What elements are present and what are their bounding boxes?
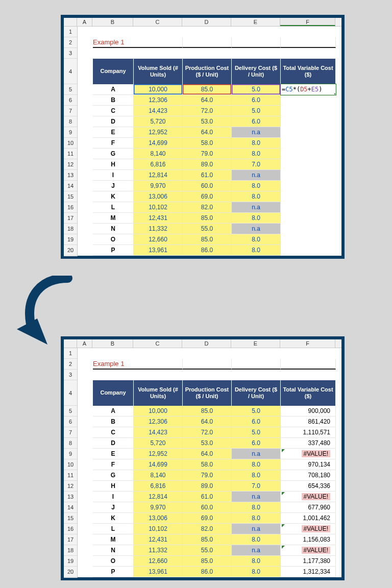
cell-company[interactable]: A [93, 406, 134, 416]
cell-deliv[interactable]: 6.0 [232, 416, 281, 427]
cell-company[interactable]: B [93, 95, 134, 106]
blank-cell[interactable] [134, 37, 183, 48]
cell-company[interactable]: C [93, 106, 134, 116]
blank-cell[interactable] [78, 213, 93, 224]
col-A[interactable]: A [77, 18, 92, 26]
cell-prod[interactable]: 72.0 [183, 427, 232, 438]
blank-cell[interactable] [78, 191, 93, 202]
blank-cell[interactable] [183, 359, 232, 370]
cell-total-empty[interactable] [281, 170, 336, 181]
row-header-2[interactable]: 2 [64, 359, 77, 370]
cell-volume[interactable]: 10,000 [134, 84, 183, 95]
row-header-13[interactable]: 13 [64, 170, 77, 181]
cell-volume[interactable]: 6,816 [134, 481, 183, 492]
row-header-3[interactable]: 3 [64, 370, 77, 380]
cell-prod[interactable]: 58.0 [183, 459, 232, 470]
blank-cell[interactable] [78, 234, 93, 245]
cell-total-empty[interactable] [281, 116, 336, 127]
cell-deliv[interactable]: 8.0 [232, 502, 281, 513]
blank-cell[interactable] [78, 127, 93, 138]
cell-deliv[interactable]: n.a [232, 202, 281, 213]
cell-prod[interactable]: 85.0 [183, 556, 232, 567]
cell-volume[interactable]: 10,102 [134, 524, 183, 534]
cell-company[interactable]: P [93, 245, 134, 256]
blank-cell[interactable] [281, 48, 336, 59]
blank-cell[interactable] [78, 27, 93, 37]
cell-company[interactable]: E [93, 127, 134, 138]
cell-deliv[interactable]: n.a [232, 170, 281, 181]
cell-volume[interactable]: 13,961 [134, 245, 183, 256]
blank-cell[interactable] [78, 545, 93, 556]
cell-volume[interactable]: 5,720 [134, 438, 183, 449]
cell-volume[interactable]: 9,970 [134, 181, 183, 191]
cell-prod[interactable]: 60.0 [183, 502, 232, 513]
formula-cell[interactable]: =C5*(D5+E5) [281, 84, 336, 95]
row-header-16[interactable]: 16 [64, 202, 77, 213]
cell-volume[interactable]: 12,952 [134, 449, 183, 459]
col-C[interactable]: C [133, 339, 182, 348]
col-F[interactable]: F [280, 18, 335, 26]
cell-volume[interactable]: 12,814 [134, 492, 183, 502]
cell-prod[interactable]: 86.0 [183, 245, 232, 256]
blank-cell[interactable] [183, 370, 232, 380]
blank-cell[interactable] [232, 348, 281, 359]
cell-volume[interactable]: 8,140 [134, 470, 183, 481]
row-header-16[interactable]: 16 [64, 524, 77, 534]
cell-volume[interactable]: 9,970 [134, 502, 183, 513]
cell-total[interactable]: 1,177,380 [281, 556, 336, 567]
cell-volume[interactable]: 13,961 [134, 567, 183, 577]
blank-cell[interactable] [78, 427, 93, 438]
cell-company[interactable]: D [93, 438, 134, 449]
cell-deliv[interactable]: 8.0 [232, 459, 281, 470]
cell-deliv[interactable]: 6.0 [232, 116, 281, 127]
blank-cell[interactable] [78, 380, 93, 406]
cell-total[interactable]: 708,180 [281, 470, 336, 481]
cell-company[interactable]: F [93, 459, 134, 470]
cell-total[interactable]: 1,110,571 [281, 427, 336, 438]
cell-total-empty[interactable] [281, 149, 336, 159]
blank-cell[interactable] [232, 27, 281, 37]
row-header-5[interactable]: 5 [64, 84, 77, 95]
cell-deliv[interactable]: 5.0 [232, 427, 281, 438]
blank-cell[interactable] [78, 406, 93, 416]
cell-company[interactable]: F [93, 138, 134, 149]
cell-volume[interactable]: 12,431 [134, 213, 183, 224]
cell-prod[interactable]: 64.0 [183, 127, 232, 138]
row-header-7[interactable]: 7 [64, 427, 77, 438]
cell-company[interactable]: O [93, 234, 134, 245]
cell-volume[interactable]: 12,660 [134, 556, 183, 567]
cell-total[interactable]: 1,001,462 [281, 513, 336, 524]
row-header-13[interactable]: 13 [64, 492, 77, 502]
cell-company[interactable]: L [93, 202, 134, 213]
blank-cell[interactable] [281, 370, 336, 380]
cell-deliv[interactable]: n.a [232, 524, 281, 534]
cell-deliv[interactable]: 8.0 [232, 213, 281, 224]
blank-cell[interactable] [183, 348, 232, 359]
blank-cell[interactable] [134, 359, 183, 370]
cell-total[interactable]: #VALUE! [281, 545, 336, 556]
cell-prod[interactable]: 69.0 [183, 513, 232, 524]
cell-deliv[interactable]: 8.0 [232, 556, 281, 567]
cell-prod[interactable]: 55.0 [183, 545, 232, 556]
row-header-19[interactable]: 19 [64, 234, 77, 245]
cell-total[interactable]: 861,420 [281, 416, 336, 427]
cell-prod[interactable]: 85.0 [183, 213, 232, 224]
row-header-6[interactable]: 6 [64, 416, 77, 427]
row-header-3[interactable]: 3 [64, 48, 77, 59]
cell-volume[interactable]: 12,952 [134, 127, 183, 138]
cell-deliv[interactable]: 5.0 [232, 84, 281, 95]
cell-total[interactable]: 970,134 [281, 459, 336, 470]
blank-cell[interactable] [78, 149, 93, 159]
col-F[interactable]: F [280, 339, 335, 348]
cell-volume[interactable]: 6,816 [134, 159, 183, 170]
cell-company[interactable]: L [93, 524, 134, 534]
cell-volume[interactable]: 14,423 [134, 106, 183, 116]
row-header-19[interactable]: 19 [64, 556, 77, 567]
cell-deliv[interactable]: 8.0 [232, 149, 281, 159]
col-B[interactable]: B [92, 339, 133, 348]
cell-prod[interactable]: 58.0 [183, 138, 232, 149]
row-header-18[interactable]: 18 [64, 545, 77, 556]
cell-total-empty[interactable] [281, 202, 336, 213]
blank-cell[interactable] [78, 359, 93, 370]
blank-cell[interactable] [78, 492, 93, 502]
